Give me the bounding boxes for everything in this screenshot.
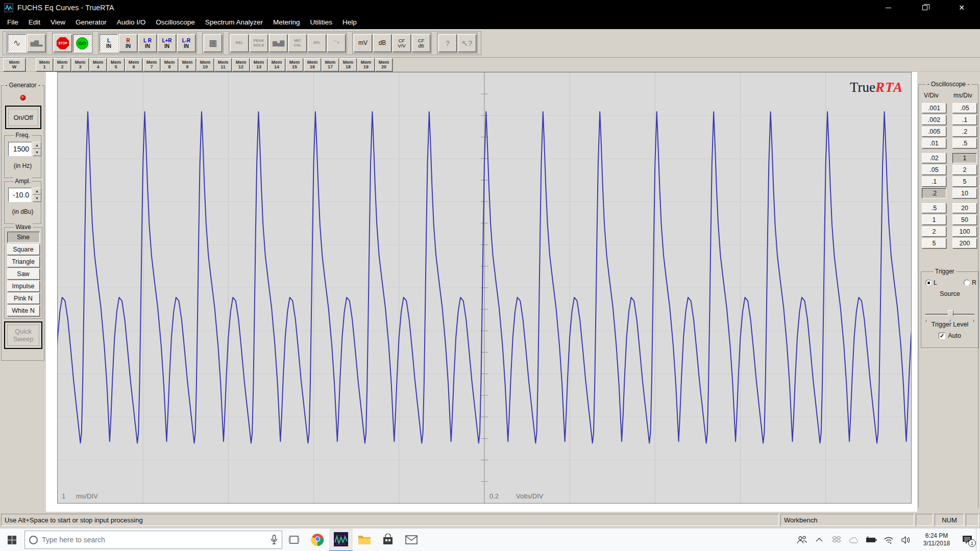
- spectrum-view-button[interactable]: ▅▇▂: [27, 34, 45, 52]
- memory-button[interactable]: Mem12: [232, 58, 250, 71]
- amplitude-input[interactable]: -10.0: [8, 188, 32, 202]
- frequency-down-button[interactable]: ▼: [33, 149, 41, 156]
- memory-button[interactable]: Mem9: [179, 58, 196, 71]
- people-tray-icon[interactable]: [793, 529, 811, 551]
- wifi-tray-icon[interactable]: [880, 529, 897, 551]
- memory-button[interactable]: Mem17: [322, 58, 339, 71]
- mail-taskbar-icon[interactable]: [400, 529, 423, 551]
- msdiv-button[interactable]: 10: [952, 188, 977, 198]
- chrome-taskbar-icon[interactable]: [306, 529, 329, 551]
- memory-button[interactable]: Mem10: [197, 58, 214, 71]
- search-input[interactable]: [42, 536, 266, 544]
- memory-button[interactable]: Mem6: [125, 58, 142, 71]
- msdiv-button[interactable]: .2: [952, 127, 977, 137]
- vdiv-button[interactable]: .005: [922, 127, 946, 137]
- stereo-input-button[interactable]: L RIN: [138, 34, 157, 52]
- menu-item[interactable]: Audio I/O: [112, 16, 151, 28]
- vdiv-button[interactable]: .001: [922, 103, 946, 113]
- oscilloscope-view-button[interactable]: ∿: [8, 34, 26, 52]
- relative-mode-button[interactable]: REL: [230, 34, 249, 52]
- memory-button[interactable]: Mem11: [214, 58, 232, 71]
- memory-button[interactable]: Mem14: [268, 58, 285, 71]
- context-help-button[interactable]: ↖?: [458, 34, 476, 52]
- memory-button[interactable]: Mem8: [161, 58, 178, 71]
- restore-button[interactable]: [906, 0, 943, 15]
- right-input-button[interactable]: RIN: [119, 34, 137, 52]
- decibels-button[interactable]: dB: [373, 34, 391, 52]
- menu-item[interactable]: Help: [337, 16, 362, 28]
- spl-button[interactable]: SPL: [308, 34, 326, 52]
- msdiv-button[interactable]: 2: [952, 165, 977, 175]
- memory-button[interactable]: Mem13: [250, 58, 267, 71]
- memory-button[interactable]: Mem15: [286, 58, 303, 71]
- msdiv-button[interactable]: 100: [952, 227, 977, 237]
- taskbar-search[interactable]: [24, 531, 282, 549]
- vdiv-button[interactable]: .002: [922, 115, 946, 125]
- auto-trigger-checkbox[interactable]: ✓ Auto: [921, 332, 978, 339]
- msdiv-button[interactable]: .5: [952, 138, 977, 148]
- millivolts-button[interactable]: mV: [354, 34, 372, 52]
- taskbar-clock[interactable]: 6:24 PM 3/11/2018: [915, 532, 959, 547]
- difference-input-button[interactable]: L-RIN: [177, 34, 195, 52]
- memory-button[interactable]: Mem19: [357, 58, 375, 71]
- vdiv-button[interactable]: .01: [922, 138, 946, 148]
- menu-item[interactable]: File: [2, 16, 23, 28]
- trigger-level-slider[interactable]: [925, 310, 974, 319]
- amplitude-up-button[interactable]: ▲: [33, 188, 41, 195]
- wave-impulse-button[interactable]: Impulse: [7, 281, 40, 292]
- sum-input-button[interactable]: L+RIN: [158, 34, 176, 52]
- memory-button[interactable]: Mem5: [107, 58, 125, 71]
- frequency-input[interactable]: 1500: [8, 142, 32, 156]
- stop-button[interactable]: STOP: [54, 34, 72, 52]
- menu-item[interactable]: Generator: [70, 16, 112, 28]
- msdiv-button[interactable]: 50: [952, 215, 977, 225]
- minimize-button[interactable]: [870, 0, 906, 15]
- menu-item[interactable]: Spectrum Analyzer: [200, 16, 268, 28]
- vdiv-button[interactable]: .05: [922, 165, 946, 175]
- msdiv-button[interactable]: 20: [952, 203, 977, 213]
- trigger-source-left-radio[interactable]: L: [925, 279, 937, 286]
- slider-thumb[interactable]: [948, 310, 953, 319]
- store-taskbar-icon[interactable]: [376, 529, 400, 551]
- tray-expand-button[interactable]: [811, 529, 828, 551]
- volume-tray-icon[interactable]: [897, 529, 915, 551]
- help-button[interactable]: ?: [438, 34, 457, 52]
- menu-item[interactable]: Oscilloscope: [151, 16, 200, 28]
- menu-item[interactable]: View: [45, 16, 70, 28]
- wave-white-noise-button[interactable]: White N: [7, 305, 40, 316]
- crest-factor-vv-button[interactable]: CFV/V: [393, 34, 411, 52]
- truerta-taskbar-icon[interactable]: [329, 529, 353, 551]
- wave-saw-button[interactable]: Saw: [7, 268, 40, 280]
- action-center-button[interactable]: 1: [959, 529, 976, 551]
- mem-w-button[interactable]: MemW: [3, 58, 26, 71]
- generator-onoff-button[interactable]: On/Off: [5, 106, 41, 129]
- bar-display-button[interactable]: ▆▄▇: [269, 34, 287, 52]
- memory-button[interactable]: Mem3: [71, 58, 89, 71]
- msdiv-button[interactable]: .1: [952, 115, 977, 125]
- memory-button[interactable]: Mem16: [304, 58, 321, 71]
- left-input-button[interactable]: LIN: [100, 34, 118, 52]
- battery-tray-icon[interactable]: [863, 529, 880, 551]
- menu-item[interactable]: Edit: [23, 16, 45, 28]
- msdiv-button[interactable]: 5: [952, 177, 977, 187]
- menu-item[interactable]: Utilities: [305, 16, 338, 28]
- show-desktop-button[interactable]: [976, 529, 980, 551]
- memory-button[interactable]: Mem20: [375, 58, 393, 71]
- frequency-up-button[interactable]: ▲: [33, 142, 41, 149]
- msdiv-button[interactable]: 200: [952, 238, 977, 248]
- wave-square-button[interactable]: Square: [7, 244, 40, 255]
- msdiv-button[interactable]: .05: [952, 103, 977, 113]
- vdiv-button[interactable]: 5: [922, 238, 946, 248]
- task-view-button[interactable]: [282, 529, 306, 551]
- start-button[interactable]: [0, 529, 23, 551]
- amplitude-down-button[interactable]: ▼: [33, 195, 41, 202]
- go-button[interactable]: GO: [73, 34, 91, 52]
- vdiv-button[interactable]: 2: [922, 227, 946, 237]
- wave-sine-button[interactable]: Sine: [7, 232, 40, 243]
- curve-x-button[interactable]: ⌒×: [327, 34, 346, 52]
- menu-item[interactable]: Metering: [268, 16, 305, 28]
- grid-toggle-button[interactable]: ▦: [204, 34, 222, 52]
- wave-pink-noise-button[interactable]: Pink N: [7, 293, 40, 304]
- memory-button[interactable]: Mem4: [89, 58, 107, 71]
- close-button[interactable]: ✕: [943, 0, 980, 15]
